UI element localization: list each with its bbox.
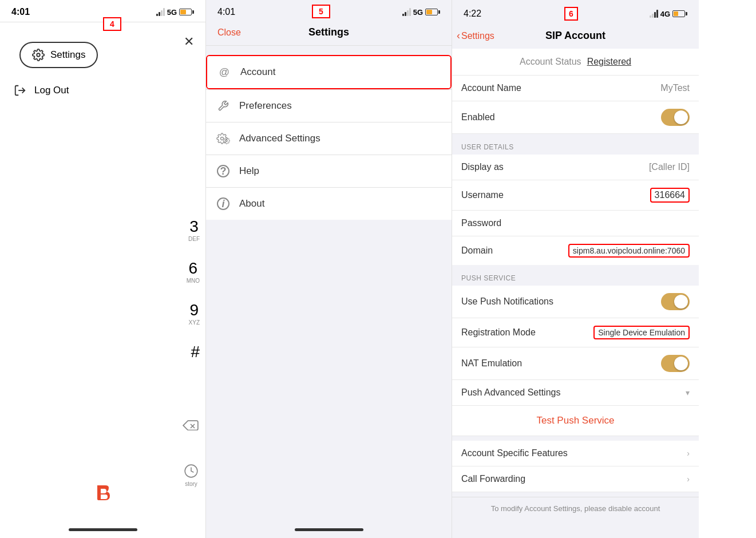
settings-item-advanced[interactable]: Advanced Settings [206, 122, 452, 155]
account-label: Account [240, 66, 275, 78]
settings-item-preferences[interactable]: Preferences [206, 90, 452, 122]
wrench-icon [217, 100, 229, 112]
advanced-section: Advanced Settings [206, 122, 452, 155]
registration-mode-label: Registration Mode [461, 327, 536, 338]
bria-logo-container [78, 469, 128, 515]
logout-icon [14, 84, 26, 97]
nat-emulation-label: NAT Emulation [461, 358, 522, 369]
sip-account-content: Account Status Registered Account Name M… [452, 49, 699, 538]
battery-icon-p3 [672, 10, 687, 17]
push-advanced-row[interactable]: Push Advanced Settings ▾ [452, 380, 699, 406]
account-section-highlight: @ Account [206, 55, 452, 89]
status-icons-p2: 5G [402, 8, 440, 17]
key-9: 9 XYZ [189, 301, 200, 326]
small-gear-icon [223, 137, 230, 144]
spacer-2 [452, 265, 699, 270]
preferences-icon [215, 98, 231, 114]
display-as-label: Display as [461, 162, 504, 172]
help-section: ? Help [206, 155, 452, 187]
account-features-chevron: › [687, 449, 690, 458]
panel-sip-account: 4:22 6 4G ‹ Settings SIP Account A [452, 0, 699, 538]
signal-icon-p2 [402, 8, 411, 16]
close-button-p1[interactable]: ✕ [184, 34, 194, 49]
spacer-4 [452, 492, 699, 497]
about-label: About [239, 198, 264, 209]
annotation-6: 6 [564, 7, 578, 21]
domain-value: sipm8.au.voipcloud.online:7060 [568, 244, 690, 258]
key-hash: # [191, 343, 200, 361]
divider-p2 [206, 45, 452, 46]
enabled-toggle[interactable] [661, 109, 690, 126]
account-status-row: Account Status Registered [452, 49, 699, 76]
username-row: Username 316664 [452, 180, 699, 211]
backspace-icon[interactable] [183, 418, 199, 430]
account-name-row: Account Name MyTest [452, 76, 699, 101]
back-button-p3[interactable]: ‹ Settings [457, 30, 494, 42]
annotation-5: 5 [312, 5, 330, 18]
about-icon: i [215, 196, 231, 212]
user-details-header: USER DETAILS [452, 139, 699, 155]
help-icon: ? [215, 163, 231, 179]
registration-mode-row: Registration Mode Single Device Emulatio… [452, 318, 699, 347]
nat-emulation-row: NAT Emulation [452, 347, 699, 380]
display-as-row: Display as [Caller ID] [452, 155, 699, 180]
about-section: i About [206, 188, 452, 220]
spacer-3 [452, 436, 699, 441]
push-service-group: Use Push Notifications Registration Mode… [452, 286, 699, 406]
bottom-note: To modify Account Settings, please disab… [452, 497, 699, 520]
sip-account-title: SIP Account [545, 30, 605, 42]
time-p1: 4:01 [11, 7, 30, 17]
display-as-value: [Caller ID] [649, 162, 690, 172]
settings-label: Settings [50, 49, 85, 61]
spacer-p2 [206, 226, 452, 528]
domain-row: Domain sipm8.au.voipcloud.online:7060 [452, 236, 699, 265]
call-forwarding-row[interactable]: Call Forwarding › [452, 466, 699, 492]
home-indicator-p1 [69, 528, 137, 531]
history-area: story [184, 464, 199, 487]
account-name-label: Account Name [461, 83, 521, 93]
advanced-label: Advanced Settings [239, 133, 320, 144]
gear-icon [32, 49, 45, 61]
settings-title-p2: Settings [308, 26, 349, 38]
registration-mode-value[interactable]: Single Device Emulation [593, 326, 690, 339]
preferences-section: Preferences [206, 90, 452, 122]
panel-drawer: 4:01 5G 4 ✕ Settings [0, 0, 206, 538]
keypad-partial: 3 DEF 6 MNO 9 XYZ # [187, 217, 200, 361]
network-type-p1: 5G [167, 8, 177, 17]
panel-settings-menu: 4:01 5G 5 Close Settings @ Account [206, 0, 452, 538]
back-label-p3: Settings [461, 31, 494, 41]
account-name-value: MyTest [660, 83, 690, 93]
settings-menu-item[interactable]: Settings [0, 34, 205, 76]
preferences-label: Preferences [239, 100, 292, 112]
settings-oval[interactable]: Settings [19, 42, 98, 68]
drawer-menu: Settings Log Out [0, 22, 205, 524]
svg-point-0 [37, 53, 40, 57]
account-icon: @ [216, 64, 232, 80]
spacer-1 [452, 134, 699, 139]
annotation-4: 4 [103, 17, 121, 31]
logout-item[interactable]: Log Out [0, 76, 205, 105]
domain-label: Domain [461, 246, 493, 256]
close-link-p2[interactable]: Close [217, 27, 241, 38]
use-push-toggle[interactable] [661, 293, 690, 310]
nav-bar-p2: Close Settings [206, 22, 452, 45]
settings-item-help[interactable]: ? Help [206, 155, 452, 187]
history-icon[interactable] [184, 464, 199, 478]
signal-icon-p3 [650, 10, 658, 18]
test-push-label: Test Push Service [536, 415, 614, 426]
settings-item-account[interactable]: @ Account [207, 56, 450, 88]
account-features-row[interactable]: Account Specific Features › [452, 441, 699, 466]
enabled-label: Enabled [461, 112, 495, 122]
nav-bar-p3: ‹ Settings SIP Account [452, 25, 699, 49]
push-service-header: PUSH SERVICE [452, 270, 699, 286]
nat-emulation-toggle[interactable] [661, 355, 690, 372]
user-details-group: Display as [Caller ID] Username 316664 P… [452, 155, 699, 265]
help-label: Help [239, 165, 259, 177]
call-forwarding-label: Call Forwarding [461, 474, 525, 484]
password-row[interactable]: Password [452, 211, 699, 236]
backspace-area [183, 418, 199, 433]
test-push-button[interactable]: Test Push Service [452, 406, 699, 436]
password-label: Password [461, 218, 501, 228]
settings-item-about[interactable]: i About [206, 188, 452, 220]
advanced-icon [215, 130, 231, 147]
